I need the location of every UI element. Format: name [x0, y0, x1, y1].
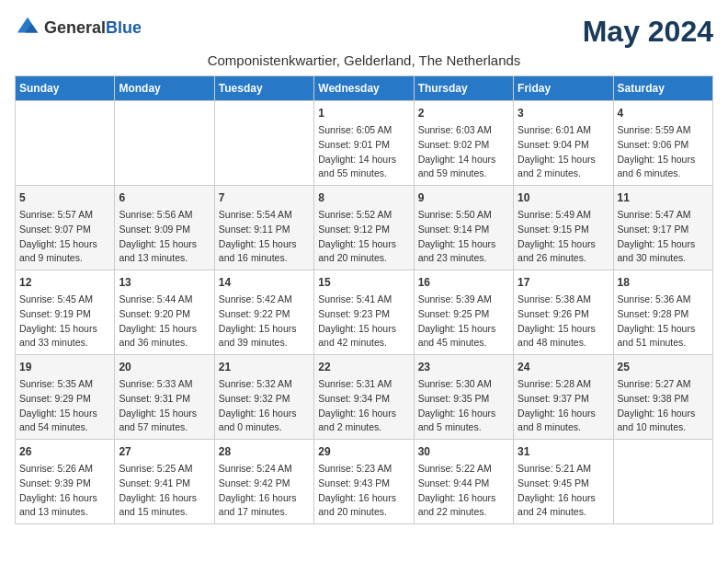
- day-info: Sunrise: 5:26 AM Sunset: 9:39 PM Dayligh…: [19, 462, 110, 520]
- page-title: May 2024: [583, 15, 713, 49]
- column-header-wednesday: Wednesday: [314, 76, 414, 101]
- day-number: 5: [19, 190, 110, 206]
- day-number: 7: [219, 190, 310, 206]
- day-number: 17: [518, 274, 609, 291]
- day-info: Sunrise: 5:33 AM Sunset: 9:31 PM Dayligh…: [119, 377, 210, 435]
- day-number: 19: [19, 359, 110, 375]
- header-row: SundayMondayTuesdayWednesdayThursdayFrid…: [16, 76, 713, 101]
- day-info: Sunrise: 5:28 AM Sunset: 9:37 PM Dayligh…: [518, 377, 609, 435]
- day-info: Sunrise: 5:24 AM Sunset: 9:42 PM Dayligh…: [219, 462, 310, 520]
- day-number: 31: [518, 443, 609, 460]
- day-number: 15: [318, 274, 409, 291]
- day-number: 8: [318, 190, 409, 206]
- logo-blue: Blue: [106, 18, 142, 37]
- day-number: 2: [418, 105, 509, 121]
- day-number: 20: [119, 359, 210, 375]
- calendar-cell: [16, 101, 115, 186]
- calendar-cell: 9Sunrise: 5:50 AM Sunset: 9:14 PM Daylig…: [414, 186, 513, 270]
- column-header-monday: Monday: [115, 76, 214, 101]
- day-info: Sunrise: 6:01 AM Sunset: 9:04 PM Dayligh…: [518, 123, 609, 181]
- day-info: Sunrise: 5:38 AM Sunset: 9:26 PM Dayligh…: [518, 293, 609, 350]
- day-info: Sunrise: 5:22 AM Sunset: 9:44 PM Dayligh…: [418, 462, 509, 520]
- day-info: Sunrise: 5:21 AM Sunset: 9:45 PM Dayligh…: [518, 462, 609, 520]
- day-info: Sunrise: 5:45 AM Sunset: 9:19 PM Dayligh…: [19, 293, 110, 350]
- day-info: Sunrise: 6:05 AM Sunset: 9:01 PM Dayligh…: [318, 123, 409, 181]
- day-info: Sunrise: 5:39 AM Sunset: 9:25 PM Dayligh…: [418, 293, 509, 350]
- calendar-cell: 11Sunrise: 5:47 AM Sunset: 9:17 PM Dayli…: [613, 186, 712, 270]
- calendar-week-5: 26Sunrise: 5:26 AM Sunset: 9:39 PM Dayli…: [16, 440, 713, 524]
- day-number: 1: [318, 105, 409, 121]
- calendar-cell: 17Sunrise: 5:38 AM Sunset: 9:26 PM Dayli…: [514, 270, 613, 355]
- day-number: 10: [518, 190, 609, 206]
- calendar-cell: 23Sunrise: 5:30 AM Sunset: 9:35 PM Dayli…: [414, 355, 513, 440]
- column-header-tuesday: Tuesday: [214, 76, 313, 101]
- calendar-cell: 5Sunrise: 5:57 AM Sunset: 9:07 PM Daylig…: [16, 186, 115, 270]
- day-number: 24: [518, 359, 609, 375]
- day-info: Sunrise: 5:25 AM Sunset: 9:41 PM Dayligh…: [119, 462, 210, 520]
- calendar-header: SundayMondayTuesdayWednesdayThursdayFrid…: [16, 76, 713, 101]
- day-info: Sunrise: 5:36 AM Sunset: 9:28 PM Dayligh…: [618, 293, 709, 350]
- day-info: Sunrise: 5:44 AM Sunset: 9:20 PM Dayligh…: [119, 293, 210, 350]
- calendar-cell: 2Sunrise: 6:03 AM Sunset: 9:02 PM Daylig…: [414, 101, 513, 186]
- day-number: 28: [219, 443, 310, 460]
- page-subtitle: Componistenkwartier, Gelderland, The Net…: [15, 52, 713, 68]
- day-number: 12: [19, 274, 110, 291]
- column-header-thursday: Thursday: [414, 76, 513, 101]
- calendar-cell: 16Sunrise: 5:39 AM Sunset: 9:25 PM Dayli…: [414, 270, 513, 355]
- calendar-cell: 10Sunrise: 5:49 AM Sunset: 9:15 PM Dayli…: [514, 186, 613, 270]
- day-number: 22: [318, 359, 409, 375]
- column-header-sunday: Sunday: [16, 76, 115, 101]
- calendar-week-3: 12Sunrise: 5:45 AM Sunset: 9:19 PM Dayli…: [16, 270, 713, 355]
- day-number: 23: [418, 359, 509, 375]
- calendar-cell: 29Sunrise: 5:23 AM Sunset: 9:43 PM Dayli…: [314, 440, 414, 524]
- day-number: 14: [219, 274, 310, 291]
- calendar-week-4: 19Sunrise: 5:35 AM Sunset: 9:29 PM Dayli…: [16, 355, 713, 440]
- day-number: 26: [19, 443, 110, 460]
- column-header-saturday: Saturday: [613, 76, 712, 101]
- calendar-cell: 1Sunrise: 6:05 AM Sunset: 9:01 PM Daylig…: [314, 101, 414, 186]
- calendar-cell: 3Sunrise: 6:01 AM Sunset: 9:04 PM Daylig…: [514, 101, 613, 186]
- day-info: Sunrise: 5:56 AM Sunset: 9:09 PM Dayligh…: [119, 208, 210, 266]
- day-info: Sunrise: 5:54 AM Sunset: 9:11 PM Dayligh…: [219, 208, 310, 266]
- day-number: 16: [418, 274, 509, 291]
- calendar-cell: 14Sunrise: 5:42 AM Sunset: 9:22 PM Dayli…: [214, 270, 313, 355]
- day-info: Sunrise: 5:30 AM Sunset: 9:35 PM Dayligh…: [418, 377, 509, 435]
- day-info: Sunrise: 5:52 AM Sunset: 9:12 PM Dayligh…: [318, 208, 409, 266]
- calendar-table: SundayMondayTuesdayWednesdayThursdayFrid…: [15, 75, 713, 524]
- calendar-cell: 15Sunrise: 5:41 AM Sunset: 9:23 PM Dayli…: [314, 270, 414, 355]
- day-number: 6: [119, 190, 210, 206]
- day-info: Sunrise: 5:57 AM Sunset: 9:07 PM Dayligh…: [19, 208, 110, 266]
- logo: GeneralBlue: [15, 15, 142, 40]
- calendar-cell: [613, 440, 712, 524]
- day-number: 4: [618, 105, 709, 121]
- day-info: Sunrise: 5:23 AM Sunset: 9:43 PM Dayligh…: [318, 462, 409, 520]
- day-info: Sunrise: 5:47 AM Sunset: 9:17 PM Dayligh…: [618, 208, 709, 266]
- day-number: 25: [618, 359, 709, 375]
- day-number: 9: [418, 190, 509, 206]
- calendar-cell: [115, 101, 214, 186]
- day-number: 3: [518, 105, 609, 121]
- day-info: Sunrise: 5:31 AM Sunset: 9:34 PM Dayligh…: [318, 377, 409, 435]
- logo-text: GeneralBlue: [44, 18, 142, 38]
- logo-general: General: [44, 18, 106, 37]
- day-number: 29: [318, 443, 409, 460]
- page-header: GeneralBlue May 2024: [15, 15, 713, 49]
- day-info: Sunrise: 5:59 AM Sunset: 9:06 PM Dayligh…: [618, 123, 709, 181]
- calendar-week-1: 1Sunrise: 6:05 AM Sunset: 9:01 PM Daylig…: [16, 101, 713, 186]
- day-number: 18: [618, 274, 709, 291]
- calendar-cell: 18Sunrise: 5:36 AM Sunset: 9:28 PM Dayli…: [613, 270, 712, 355]
- logo-icon: [15, 15, 40, 40]
- calendar-cell: 22Sunrise: 5:31 AM Sunset: 9:34 PM Dayli…: [314, 355, 414, 440]
- calendar-cell: 26Sunrise: 5:26 AM Sunset: 9:39 PM Dayli…: [16, 440, 115, 524]
- calendar-cell: 19Sunrise: 5:35 AM Sunset: 9:29 PM Dayli…: [16, 355, 115, 440]
- calendar-cell: 27Sunrise: 5:25 AM Sunset: 9:41 PM Dayli…: [115, 440, 214, 524]
- calendar-cell: 28Sunrise: 5:24 AM Sunset: 9:42 PM Dayli…: [214, 440, 313, 524]
- calendar-cell: 8Sunrise: 5:52 AM Sunset: 9:12 PM Daylig…: [314, 186, 414, 270]
- day-info: Sunrise: 5:50 AM Sunset: 9:14 PM Dayligh…: [418, 208, 509, 266]
- calendar-body: 1Sunrise: 6:05 AM Sunset: 9:01 PM Daylig…: [16, 101, 713, 524]
- day-info: Sunrise: 5:35 AM Sunset: 9:29 PM Dayligh…: [19, 377, 110, 435]
- day-number: 30: [418, 443, 509, 460]
- calendar-cell: 13Sunrise: 5:44 AM Sunset: 9:20 PM Dayli…: [115, 270, 214, 355]
- calendar-cell: 31Sunrise: 5:21 AM Sunset: 9:45 PM Dayli…: [514, 440, 613, 524]
- day-info: Sunrise: 5:27 AM Sunset: 9:38 PM Dayligh…: [618, 377, 709, 435]
